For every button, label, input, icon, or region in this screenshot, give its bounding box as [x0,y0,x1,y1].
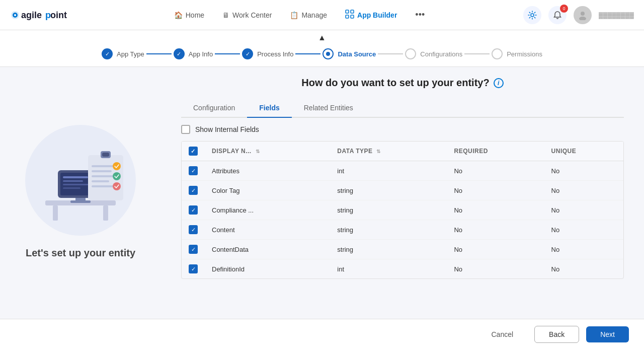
row-checkbox-cell: ✓ [182,220,205,240]
svg-point-33 [113,162,121,170]
next-button[interactable]: Next [586,326,629,342]
step-line-2 [215,53,240,54]
row-name-2: Compliance ... [205,200,330,220]
row-datatype-1: string [330,181,447,200]
row-name-4: ContentData [205,240,330,259]
row-datatype-3: string [330,220,447,240]
svg-rect-6 [346,10,349,13]
nav-manage[interactable]: 📋 Manage [283,8,334,22]
row-checkbox-2[interactable]: ✓ [189,205,198,215]
svg-rect-24 [63,187,80,189]
svg-rect-22 [63,180,83,182]
tab-fields[interactable]: Fields [247,99,291,118]
row-datatype-0: int [330,161,447,181]
row-name-0: Attributes [205,161,330,181]
row-datatype-2: string [330,200,447,220]
step-line-1 [146,53,172,54]
svg-rect-16 [103,205,108,221]
back-button[interactable]: Back [534,326,579,343]
svg-rect-32 [92,185,116,187]
left-panel: Let's set up your entity [0,67,161,318]
row-datatype-5: int [330,259,447,279]
fields-table: ✓ DISPLAY N... ⇅ DATA TYPE ⇅ REQUIRED [181,141,624,279]
show-internal-fields-checkbox[interactable] [181,125,190,134]
row-required-3: No [447,220,544,240]
row-required-1: No [447,181,544,200]
row-checkbox-0[interactable]: ✓ [189,166,198,175]
table-row: ✓ Attributes int No No [182,161,623,181]
row-checkbox-5[interactable]: ✓ [189,264,198,273]
row-required-4: No [447,240,544,259]
select-all-checkbox[interactable]: ✓ [189,147,198,156]
row-datatype-4: string [330,240,447,259]
stepper-toggle[interactable]: ▲ [0,30,644,43]
row-name-3: Content [205,220,330,240]
logo: agile p oint [10,7,75,23]
row-checkbox-3[interactable]: ✓ [189,225,198,234]
th-data-type[interactable]: DATA TYPE ⇅ [330,142,447,161]
svg-rect-8 [346,15,349,18]
illustration [25,125,136,236]
svg-text:oint: oint [50,10,67,20]
step-app-type[interactable]: ✓ App Type [102,48,144,59]
row-required-5: No [447,259,544,279]
step-permissions[interactable]: Permissions [492,48,542,59]
fields-table-inner: ✓ DISPLAY N... ⇅ DATA TYPE ⇅ REQUIRED [182,142,623,278]
svg-point-12 [579,17,586,20]
table-row: ✓ Content string No No [182,220,623,240]
step-data-source[interactable]: Data Source [323,48,376,59]
step-app-info[interactable]: ✓ App Info [174,48,213,59]
page-title: How do you want to set up your entity? i [181,77,624,89]
svg-point-11 [581,12,585,16]
step-circle-app-info: ✓ [174,48,185,59]
svg-point-2 [14,14,16,16]
manage-icon: 📋 [290,11,298,19]
svg-rect-18 [70,200,91,203]
svg-rect-21 [63,176,88,178]
row-checkbox-4[interactable]: ✓ [189,245,198,254]
row-name-1: Color Tag [205,181,330,200]
table-row: ✓ DefinitionId int No No [182,259,623,279]
nav-appbuilder[interactable]: App Builder [338,7,404,23]
svg-rect-31 [92,180,109,182]
row-checkbox-cell: ✓ [182,200,205,220]
row-checkbox-1[interactable]: ✓ [189,186,198,195]
step-circle-data-source [323,48,334,59]
tab-related-entities[interactable]: Related Entities [292,99,365,118]
svg-point-35 [113,182,121,190]
chevron-up-icon: ▲ [318,33,326,42]
step-configurations[interactable]: Configurations [405,48,462,59]
svg-point-34 [113,172,121,180]
step-line-5 [464,53,490,54]
workcenter-icon: 🖥 [222,11,229,19]
notification-badge: 0 [560,5,568,13]
tab-configuration[interactable]: Configuration [181,99,247,118]
row-checkbox-cell: ✓ [182,161,205,181]
info-icon[interactable]: i [494,78,504,88]
gear-button[interactable] [523,6,541,24]
th-display-name[interactable]: DISPLAY N... ⇅ [205,142,330,161]
th-select: ✓ [182,142,205,161]
notification-button[interactable]: 0 [548,6,567,24]
row-checkbox-cell: ✓ [182,259,205,279]
row-name-5: DefinitionId [205,259,330,279]
svg-rect-29 [92,170,112,172]
step-line-3 [295,53,320,54]
nav-workcenter[interactable]: 🖥 Work Center [215,8,279,22]
cancel-button[interactable]: Cancel [477,326,527,342]
appbuilder-icon [345,10,354,20]
svg-rect-23 [63,184,91,185]
th-unique: UNIQUE [544,142,623,161]
row-checkbox-cell: ✓ [182,240,205,259]
step-process-info[interactable]: ✓ Process Info [242,48,293,59]
nav-home[interactable]: 🏠 Home [167,8,211,22]
svg-point-10 [531,14,534,17]
table-header: ✓ DISPLAY N... ⇅ DATA TYPE ⇅ REQUIRED [182,142,623,161]
show-internal-fields-label: Show Internal Fields [195,125,259,133]
more-button[interactable]: ••• [408,7,432,23]
footer: Cancel Back Next [0,319,644,349]
header: agile p oint 🏠 Home 🖥 Work Center 📋 Mana… [0,0,644,30]
table-row: ✓ ContentData string No No [182,240,623,259]
step-circle-permissions [492,48,503,59]
stepper-wrap: ▲ ✓ App Type ✓ App Info ✓ Process Info D… [0,30,644,67]
